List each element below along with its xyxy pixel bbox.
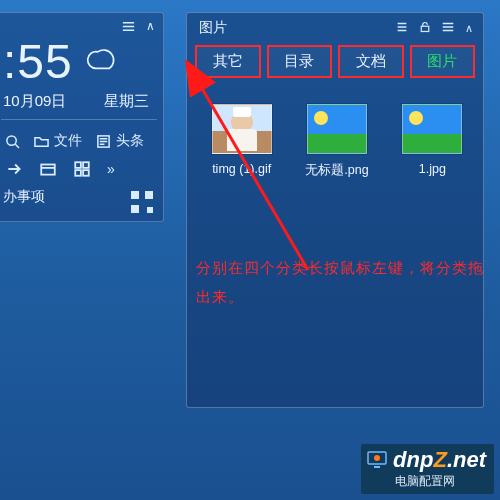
svg-rect-4 <box>83 162 89 168</box>
widget-row-links: 文件 头条 <box>3 128 155 154</box>
search-icon <box>5 134 20 149</box>
arrow-right-icon[interactable] <box>5 160 23 178</box>
time-row: :55 <box>3 38 155 86</box>
panel-menu-icon[interactable] <box>441 20 455 37</box>
headlines-link[interactable]: 头条 <box>96 132 144 150</box>
annotation-text: 分别在四个分类长按鼠标左键，将分类拖 出来。 <box>196 254 486 311</box>
lock-icon[interactable] <box>419 20 431 37</box>
box-icon[interactable] <box>39 160 57 178</box>
weather-cloud-icon <box>81 40 121 84</box>
tab-images[interactable]: 图片 <box>410 45 476 78</box>
files-label: 文件 <box>54 132 82 150</box>
tab-other[interactable]: 其它 <box>195 45 261 78</box>
annotation-line: 出来。 <box>196 283 486 312</box>
panel-titlebar: 图片 ∧ <box>187 13 483 41</box>
watermark-cn: 电脑配置网 <box>395 473 486 490</box>
svg-rect-6 <box>83 170 89 176</box>
clock-time: :55 <box>3 38 73 86</box>
watermark: dnpZ.net 电脑配置网 <box>361 444 494 494</box>
panel-title: 图片 <box>199 19 227 37</box>
file-name: 无标题.png <box>298 162 375 179</box>
desktop-widget: ∧ :55 10月09日 星期三 文件 头条 » 办事项 <box>0 12 164 222</box>
thumbnail <box>307 104 367 154</box>
divider <box>1 119 157 120</box>
file-item[interactable]: 无标题.png <box>298 104 375 179</box>
thumbnail <box>212 104 272 154</box>
more-icon[interactable]: » <box>107 161 112 177</box>
panel-tools: ∧ <box>395 20 473 37</box>
file-grid: timg (1).gif 无标题.png 1.jpg <box>187 86 483 179</box>
menu-icon[interactable] <box>121 19 136 34</box>
collapse-icon[interactable]: ∧ <box>146 19 155 34</box>
svg-rect-10 <box>374 466 380 468</box>
headlines-label: 头条 <box>116 132 144 150</box>
date-text: 10月09日 <box>3 92 66 111</box>
panel-collapse-icon[interactable]: ∧ <box>465 22 473 35</box>
date-row: 10月09日 星期三 <box>3 92 155 111</box>
file-name: 1.jpg <box>394 162 471 176</box>
category-tabs: 其它 目录 文档 图片 <box>187 41 483 86</box>
qr-icon[interactable] <box>131 191 153 213</box>
svg-rect-2 <box>41 165 55 175</box>
thumbnail <box>402 104 462 154</box>
annotation-line: 分别在四个分类长按鼠标左键，将分类拖 <box>196 254 486 283</box>
watermark-brand: dnp <box>393 447 433 472</box>
svg-point-11 <box>374 455 380 461</box>
widget-topbar: ∧ <box>3 19 155 34</box>
svg-rect-3 <box>75 162 81 168</box>
logo-icon <box>365 447 389 471</box>
search-link[interactable] <box>5 134 20 149</box>
svg-rect-7 <box>421 26 429 31</box>
folder-icon <box>34 134 49 149</box>
images-panel: 图片 ∧ 其它 目录 文档 图片 timg (1).gif 无标题.png <box>186 12 484 408</box>
file-item[interactable]: timg (1).gif <box>203 104 280 179</box>
file-item[interactable]: 1.jpg <box>394 104 471 179</box>
weekday-text: 星期三 <box>104 92 149 111</box>
files-link[interactable]: 文件 <box>34 132 82 150</box>
grid-icon[interactable] <box>73 160 91 178</box>
widget-iconbar: » <box>3 154 155 178</box>
tab-documents[interactable]: 文档 <box>338 45 404 78</box>
list-view-icon[interactable] <box>395 20 409 37</box>
tab-directory[interactable]: 目录 <box>267 45 333 78</box>
svg-point-0 <box>7 135 16 144</box>
watermark-domain: .net <box>447 447 486 472</box>
news-icon <box>96 134 111 149</box>
file-name: timg (1).gif <box>203 162 280 176</box>
svg-rect-5 <box>75 170 81 176</box>
watermark-z: Z <box>433 447 446 472</box>
